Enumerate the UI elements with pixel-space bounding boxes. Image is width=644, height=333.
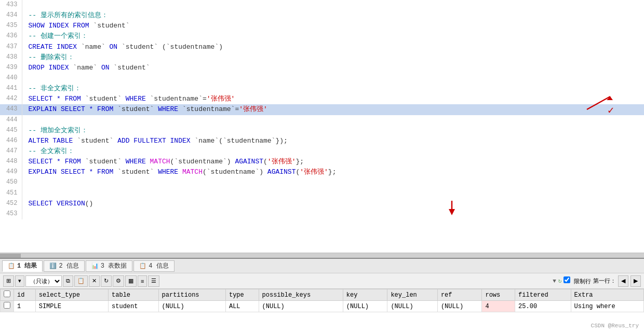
col-header-table: table [109, 289, 159, 301]
line-content: SELECT VERSION() [22, 199, 644, 209]
code-table: 433 434-- 显示所有的索引信息：435SHOW INDEX FROM `… [0, 0, 644, 219]
line-number: 441 [0, 84, 22, 94]
line-content: EXPLAIN SELECT * FROM `student` WHERE MA… [22, 167, 644, 177]
col-header-ref: ref [437, 289, 482, 301]
line-content [22, 0, 644, 10]
col-header-type: type [225, 289, 259, 301]
code-line: 434-- 显示所有的索引信息： [0, 10, 644, 21]
line-number: 452 [0, 199, 22, 209]
table-cell: (NULL) [387, 301, 438, 312]
table-cell: 4 [482, 301, 515, 312]
line-number: 447 [0, 146, 22, 157]
col-header-rows: rows [482, 289, 515, 301]
svg-line-0 [587, 96, 610, 109]
arrow-annotation-443: ✓ [587, 94, 618, 115]
toolbar-paste-btn[interactable]: 📋 [74, 275, 88, 287]
code-line: 446ALTER TABLE `student` ADD FULLTEXT IN… [0, 136, 644, 146]
line-number: 451 [0, 188, 22, 199]
code-line: 447-- 全文索引： [0, 146, 644, 157]
col-header-filtered: filtered [515, 289, 571, 301]
line-content [22, 177, 644, 188]
table-cell: student [109, 301, 159, 312]
toolbar-grid-btn[interactable]: ⊞ [3, 275, 14, 287]
code-line: 433 [0, 0, 644, 10]
line-number: 434 [0, 10, 22, 21]
tab-table_data[interactable]: 📊3 表数据 [86, 260, 132, 272]
bottom-panel: 📋1 结果ℹ️2 信息📊3 表数据📋4 信息 ⊞ ▾ （只读） ⧉ 📋 ✕ ↻ … [0, 258, 644, 333]
watermark: CSDN @Reus_try [591, 323, 639, 329]
toolbar-table-btn[interactable]: ▦ [125, 275, 137, 287]
line-content [22, 209, 644, 219]
line-content [22, 188, 644, 199]
col-header-checkbox [1, 289, 14, 301]
row-checkbox[interactable] [4, 302, 10, 309]
toolbar-delete-btn[interactable]: ✕ [89, 275, 100, 287]
first-row-prev[interactable]: ◀ [618, 275, 628, 287]
code-line: 436-- 创建一个索引： [0, 31, 644, 41]
code-line: 437CREATE INDEX `name` ON `student` (`st… [0, 42, 644, 52]
code-line: 448SELECT * FROM `student` WHERE MATCH(`… [0, 157, 644, 167]
code-line: 450 [0, 177, 644, 188]
tab-info4[interactable]: 📋4 信息 [133, 260, 174, 272]
col-header-select_type: select_type [35, 289, 108, 301]
code-line: 451 [0, 188, 644, 199]
line-number: 433 [0, 0, 22, 10]
tab-results[interactable]: 📋1 结果 [2, 260, 43, 272]
code-line: 439DROP INDEX `name` ON `student` [0, 63, 644, 73]
line-content: -- 显示所有的索引信息： [22, 10, 644, 21]
line-content: -- 全文索引： [22, 146, 644, 157]
code-line: 445-- 增加全文索引： [0, 126, 644, 136]
table-cell: (NULL) [437, 301, 482, 312]
horizontal-scrollbar[interactable] [0, 253, 644, 258]
table-cell: Using where [571, 301, 643, 312]
tab-info[interactable]: ℹ️2 信息 [44, 260, 84, 272]
line-number: 445 [0, 126, 22, 136]
table-cell: (NULL) [158, 301, 225, 312]
table-row: 1SIMPLEstudent(NULL)ALL(NULL)(NULL)(NULL… [1, 301, 644, 312]
code-line: 440 [0, 73, 644, 84]
line-content: EXPLAIN SELECT * FROM `student` WHERE `s… [22, 104, 644, 115]
line-number: 444 [0, 115, 22, 126]
svg-text:✓: ✓ [608, 105, 614, 117]
line-content [22, 73, 644, 84]
filter-icon: ▼ [553, 278, 556, 284]
code-line: 435SHOW INDEX FROM `student` [0, 21, 644, 31]
select-all-checkbox[interactable] [4, 290, 10, 297]
line-number: 453 [0, 209, 22, 219]
refresh-icon: ↻ [558, 278, 562, 284]
first-row-next[interactable]: ▶ [630, 275, 641, 287]
toolbar-form-btn[interactable]: ≡ [138, 275, 147, 287]
line-content: -- 删除索引： [22, 52, 644, 63]
line-number: 443 [0, 104, 22, 115]
table-cell: 1 [14, 301, 36, 312]
line-content: -- 增加全文索引： [22, 126, 644, 136]
line-content: SELECT * FROM `student` WHERE MATCH(`stu… [22, 157, 644, 167]
limit-checkbox[interactable] [564, 276, 570, 283]
toolbar-right: ▼ ↻ 限制行 第一行： ◀ ▶ [553, 275, 641, 287]
code-line: 438-- 删除索引： [0, 52, 644, 63]
line-number: 450 [0, 177, 22, 188]
mode-select[interactable]: （只读） [25, 275, 62, 287]
line-content: DROP INDEX `name` ON `student` [22, 63, 644, 73]
code-line: 441-- 非全文索引： [0, 84, 644, 94]
toolbar-dropdown-btn[interactable]: ▾ [15, 275, 24, 287]
results-toolbar: ⊞ ▾ （只读） ⧉ 📋 ✕ ↻ ⚙ ▦ ≡ ☰ ▼ ↻ 限制行 第一行： ◀ … [0, 273, 644, 289]
col-header-id: id [14, 289, 36, 301]
toolbar-settings-btn[interactable]: ⚙ [113, 275, 124, 287]
results-table: idselect_typetablepartitionstypepossible… [0, 289, 644, 312]
line-content: CREATE INDEX `name` ON `student` (`stude… [22, 42, 644, 52]
col-header-partitions: partitions [158, 289, 225, 301]
line-number: 438 [0, 52, 22, 63]
results-table-wrap[interactable]: idselect_typetablepartitionstypepossible… [0, 289, 644, 333]
line-number: 448 [0, 157, 22, 167]
col-header-key: key [343, 289, 387, 301]
line-number: 446 [0, 136, 22, 146]
col-header-possible_keys: possible_keys [259, 289, 343, 301]
code-line: 444 [0, 115, 644, 126]
toolbar-text-btn[interactable]: ☰ [148, 275, 159, 287]
table-cell: 25.00 [515, 301, 571, 312]
toolbar-copy-btn[interactable]: ⧉ [63, 275, 73, 287]
toolbar-refresh-btn[interactable]: ↻ [101, 275, 112, 287]
row-checkbox-cell[interactable] [1, 301, 14, 312]
svg-marker-4 [449, 209, 455, 215]
